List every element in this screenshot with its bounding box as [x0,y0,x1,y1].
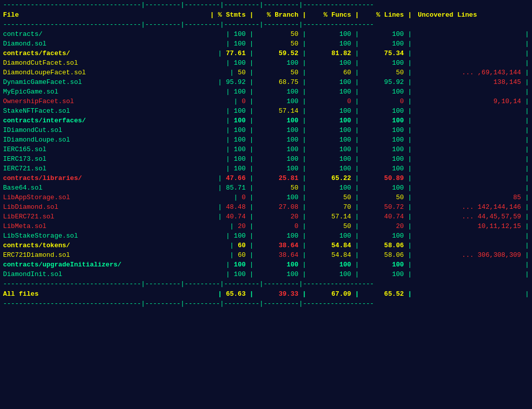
lines-cell: 100 | [362,106,415,116]
branch-cell: 100 | [256,231,309,241]
branch-cell: 100 | [256,145,309,154]
lines-cell: 50.89 | [362,173,415,183]
uncovered-cell: | [415,164,532,173]
lines-cell: 0 | [362,97,415,106]
branch-cell: 50 | [256,39,309,49]
funcs-cell: 100 | [309,125,362,135]
stmts-cell: | 77.61 | [199,49,256,58]
funcs-cell: 100 | [309,183,362,193]
uncovered-cell: ... 306,308,309 | [415,250,532,260]
lines-cell: 100 | [362,183,415,193]
funcs-cell: 100 | [309,29,362,39]
funcs-cell: 100 | [309,269,362,279]
header-branch: % Branch | [256,10,309,20]
separator-row: -----------------------------------|----… [0,279,532,289]
branch-cell: 100 | [256,87,309,97]
lines-cell: 100 | [362,58,415,68]
funcs-cell: 100 | [309,260,362,269]
footer-uncovered-cell: | [415,289,532,299]
table-row: Base64.sol| 85.71 |50 |100 |100 | | [0,183,532,193]
table-row: contracts/upgradeInitializers/| 100 |100… [0,260,532,269]
funcs-cell: 100 | [309,135,362,145]
uncovered-cell: | [415,49,532,58]
table-row: LibStakeStorage.sol| 100 |100 |100 |100 … [0,231,532,241]
table-row: contracts/facets/| 77.61 |59.52 |81.82 |… [0,49,532,58]
separator-row: -----------------------------------|----… [0,0,532,10]
branch-cell: 38.64 | [256,241,309,250]
branch-cell: 50 | [256,29,309,39]
header-lines: % Lines | [362,10,415,20]
funcs-cell: 70 | [309,202,362,212]
funcs-cell: 100 | [309,154,362,164]
lines-cell: 20 | [362,221,415,231]
file-cell: IERC721.sol [0,164,199,173]
stmts-cell: | 100 | [199,29,256,39]
stmts-cell: | 60 | [199,250,256,260]
file-cell: IDiamondLoupe.sol [0,135,199,145]
file-cell: MyEpicGame.sol [0,87,199,97]
lines-cell: 58.06 | [362,250,415,260]
separator-row: -----------------------------------|----… [0,20,532,30]
branch-cell: 100 | [256,116,309,125]
file-cell: Diamond.sol [0,39,199,49]
funcs-cell: 100 | [309,106,362,116]
table-row: contracts/interfaces/| 100 |100 |100 |10… [0,116,532,125]
uncovered-cell: 138,145 | [415,77,532,87]
file-cell: LibStakeStorage.sol [0,231,199,241]
lines-cell: 100 | [362,164,415,173]
funcs-cell: 50 | [309,221,362,231]
lines-cell: 100 | [362,145,415,154]
uncovered-cell: | [415,260,532,269]
table-row: DiamondLoupeFacet.sol| 50 |50 |60 |50 |.… [0,68,532,77]
file-cell: contracts/libraries/ [0,173,199,183]
stmts-cell: | 100 | [199,164,256,173]
footer-lines-cell: 65.52 | [362,289,415,299]
footer-branch-cell: 39.33 | [256,289,309,299]
branch-cell: 100 | [256,154,309,164]
uncovered-cell: 9,10,14 | [415,97,532,106]
stmts-cell: | 100 | [199,269,256,279]
stmts-cell: | 50 | [199,68,256,77]
lines-cell: 100 | [362,135,415,145]
header-file: File [0,10,199,20]
lines-cell: 50 | [362,193,415,202]
table-row: IERC173.sol| 100 |100 |100 |100 | | [0,154,532,164]
footer-file-cell: All files [0,289,199,299]
separator-line: -----------------------------------|----… [0,299,532,309]
table-row: DiamondCutFacet.sol| 100 |100 |100 |100 … [0,58,532,68]
file-cell: DiamondInit.sol [0,269,199,279]
funcs-cell: 100 | [309,116,362,125]
funcs-cell: 0 | [309,97,362,106]
table-row: StakeNFTFacet.sol| 100 |57.14 |100 |100 … [0,106,532,116]
table-row: IDiamondCut.sol| 100 |100 |100 |100 | | [0,125,532,135]
stmts-cell: | 20 | [199,221,256,231]
table-row: contracts/tokens/| 60 |38.64 |54.84 |58.… [0,241,532,250]
footer-row: All files| 65.63 |39.33 |67.09 |65.52 | … [0,289,532,299]
uncovered-cell: | [415,116,532,125]
table-row: IDiamondLoupe.sol| 100 |100 |100 |100 | … [0,135,532,145]
uncovered-cell: | [415,106,532,116]
branch-cell: 57.14 | [256,106,309,116]
uncovered-cell: 85 | [415,193,532,202]
funcs-cell: 100 | [309,77,362,87]
branch-cell: 100 | [256,260,309,269]
lines-cell: 100 | [362,231,415,241]
uncovered-cell: | [415,39,532,49]
uncovered-cell: 10,11,12,15 | [415,221,532,231]
separator-line: -----------------------------------|----… [0,20,532,30]
file-cell: contracts/ [0,29,199,39]
lines-cell: 75.34 | [362,49,415,58]
lines-cell: 40.74 | [362,212,415,221]
uncovered-cell: ... ,69,143,144 | [415,68,532,77]
table-row: LibMeta.sol| 20 |0 |50 |20 |10,11,12,15 … [0,221,532,231]
uncovered-cell: | [415,145,532,154]
funcs-cell: 81.82 | [309,49,362,58]
uncovered-cell: | [415,135,532,145]
branch-cell: 38.64 | [256,250,309,260]
branch-cell: 50 | [256,183,309,193]
lines-cell: 95.92 | [362,77,415,87]
funcs-cell: 60 | [309,68,362,77]
file-cell: LibAppStorage.sol [0,193,199,202]
file-cell: IDiamondCut.sol [0,125,199,135]
header-stmts: | % Stmts | [199,10,256,20]
